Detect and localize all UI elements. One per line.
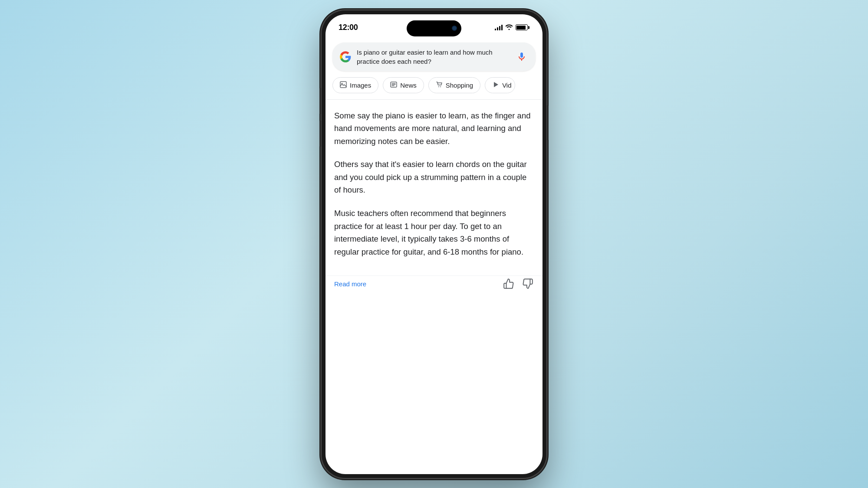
main-result-content: Some say the piano is easier to learn, a… [326, 102, 542, 276]
videos-tab-label: Vid [502, 82, 511, 89]
signal-bar-2 [497, 27, 498, 30]
vote-buttons [503, 278, 534, 290]
status-time: 12:00 [339, 23, 358, 32]
thumbs-up-button[interactable] [503, 278, 515, 290]
thumbs-down-button[interactable] [522, 278, 534, 290]
tab-videos[interactable]: Vid [485, 77, 515, 93]
shopping-tab-label: Shopping [446, 82, 473, 89]
svg-point-6 [438, 86, 439, 87]
content-divider [326, 99, 542, 100]
search-query-text: Is piano or guitar easier to learn and h… [357, 48, 510, 66]
svg-point-7 [440, 86, 441, 87]
phone-device: 12:00 [321, 10, 547, 478]
tab-news[interactable]: News [383, 77, 424, 93]
paragraph-3: Music teachers often recommend that begi… [334, 207, 534, 258]
signal-bar-1 [495, 29, 496, 30]
images-tab-label: Images [350, 82, 371, 89]
tab-shopping[interactable]: Shopping [428, 77, 480, 93]
battery-icon [516, 24, 529, 30]
read-more-link[interactable]: Read more [334, 280, 366, 288]
power-button[interactable] [547, 105, 549, 140]
bottom-actions-bar: Read more [326, 275, 542, 294]
signal-bar-3 [499, 26, 500, 30]
dynamic-island [407, 20, 461, 36]
paragraph-2: Others say that it's easier to learn cho… [334, 158, 534, 197]
google-logo-icon [339, 51, 352, 63]
volume-up-button[interactable] [319, 88, 321, 114]
paragraph-1: Some say the piano is easier to learn, a… [334, 109, 534, 148]
signal-bars-icon [495, 24, 503, 30]
search-bar[interactable]: Is piano or guitar easier to learn and h… [332, 43, 536, 71]
volume-down-button[interactable] [319, 121, 321, 147]
phone-screen: 12:00 [326, 14, 542, 474]
microphone-icon[interactable] [515, 50, 529, 64]
filter-tabs: Images News [326, 77, 542, 99]
videos-tab-icon [492, 81, 499, 89]
svg-marker-8 [494, 82, 498, 87]
phone-frame: 12:00 [321, 10, 547, 478]
images-tab-icon [340, 81, 347, 89]
content-area: Is piano or guitar easier to learn and h… [326, 38, 542, 295]
status-icons [495, 24, 529, 31]
news-tab-label: News [400, 82, 417, 89]
shopping-tab-icon [436, 81, 443, 89]
wifi-icon [505, 24, 513, 31]
front-camera [452, 26, 457, 31]
signal-bar-4 [501, 25, 503, 30]
news-tab-icon [390, 81, 397, 89]
tab-images[interactable]: Images [332, 77, 378, 93]
